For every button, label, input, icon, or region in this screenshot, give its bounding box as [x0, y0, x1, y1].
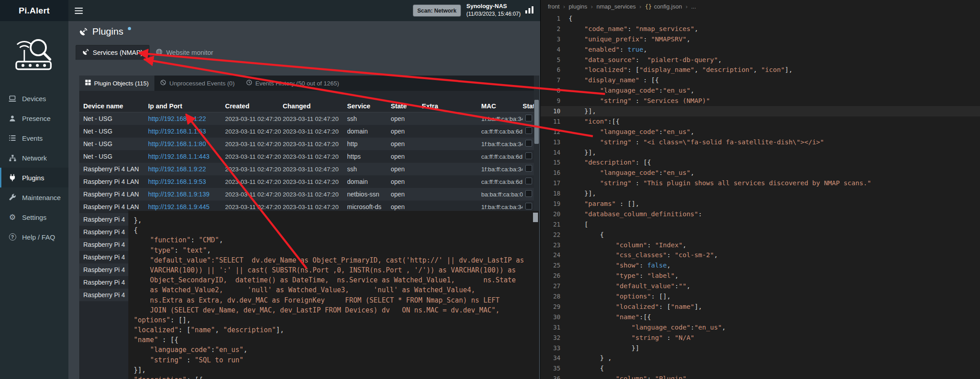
code-text: "string" : "This plugin shows all servic… — [569, 178, 871, 188]
wrench-icon — [8, 194, 17, 201]
editor-code-area[interactable]: 1 { 2 "code_name": "nmap_services", 3 "u… — [541, 13, 980, 379]
line-number: 19 — [541, 199, 569, 209]
ip-port-link[interactable]: http://192.168.1.9:22 — [148, 165, 206, 173]
code-text: "language_code":"en_us", — [569, 127, 694, 137]
code-text: "enabled": true, — [569, 45, 647, 55]
scrollbar-thumb[interactable] — [534, 100, 539, 144]
code-text: "language_code":"en_us", — [569, 168, 694, 178]
ip-port-link[interactable]: http://192.168.1.1:443 — [148, 153, 209, 160]
editor-line: 10 }], — [541, 106, 980, 116]
line-number: 13 — [541, 137, 569, 147]
breadcrumb-item-nmap-services[interactable]: nmap_services — [596, 3, 636, 10]
line-number: 29 — [541, 302, 569, 312]
sidebar-item-settings[interactable]: ⚙ Settings — [0, 207, 68, 227]
satellite-dish-icon — [79, 27, 88, 38]
overlay-code-text: JOIN (SELECT dev_Name, dev_MAC, dev_Last… — [134, 306, 500, 314]
code-text: }], — [569, 106, 596, 116]
ip-port-link[interactable]: http://192.168.1.9:139 — [148, 191, 209, 198]
overlay-code-line: { — [134, 225, 539, 235]
row-checkbox[interactable] — [525, 140, 532, 147]
row-checkbox[interactable] — [525, 115, 532, 121]
subtab-events-history[interactable]: Events History (50 out of 1265) — [240, 76, 345, 91]
sidebar-item-devices[interactable]: Devices — [0, 89, 68, 108]
mac-cell: 1f:ba:ff:ca:ba:34 — [481, 166, 523, 173]
host-name: Synology-NAS — [466, 2, 521, 10]
code-text: "string" : "N/A" — [569, 333, 694, 343]
state-cell: open — [391, 128, 422, 135]
page-title: Plugins — [79, 26, 131, 38]
sidebar: Devices Presence Events Network Plugins — [0, 21, 68, 379]
line-number: 7 — [541, 75, 569, 85]
ip-port-link[interactable]: http://192.168.1.9:445 — [148, 203, 209, 210]
devices-icon — [8, 95, 17, 102]
line-number: 8 — [541, 85, 569, 96]
sidebar-item-label: Devices — [22, 95, 46, 103]
code-text: { — [569, 230, 604, 240]
code-text: }], — [569, 147, 596, 158]
subtab-plugin-objects[interactable]: Plugin Objects (115) — [79, 76, 154, 91]
changed-cell: 2023-03-11 02:47:20 — [283, 153, 347, 160]
tab-website-monitor[interactable]: Website monitor — [149, 45, 220, 60]
changed-cell: 2023-03-11 02:47:20 — [283, 128, 347, 135]
row-checkbox[interactable] — [525, 178, 532, 184]
editor-line: 27 "default_value":"", — [541, 281, 980, 291]
brand-logo[interactable]: Pi.Alert — [0, 0, 68, 21]
service-cell: netbios-ssn — [347, 191, 391, 198]
ip-port-link[interactable]: http://192.168.1.1:22 — [148, 115, 206, 122]
line-number: 25 — [541, 260, 569, 271]
code-text: "string" : "Services (NMAP)" — [569, 96, 710, 106]
overlay-code-text: "string" : "SQL to run" — [134, 356, 244, 364]
column-header-changed: Changed — [283, 103, 347, 110]
row-checkbox[interactable] — [525, 165, 532, 172]
code-text: "display_name" : [{ — [569, 75, 659, 85]
code-text: "css_classes": "col-sm-2", — [569, 250, 718, 260]
ip-port-link[interactable]: http://192.168.1.1:80 — [148, 140, 206, 147]
state-cell: open — [391, 140, 422, 147]
mac-cell: ca:ff:ff:ca:ba:6d — [481, 153, 523, 160]
code-text: "unique_prefix": "NMAPSRV", — [569, 34, 691, 45]
line-number: 35 — [541, 363, 569, 374]
activity-chart-icon[interactable] — [525, 6, 534, 15]
line-number: 26 — [541, 271, 569, 281]
editor-line: 20 "database_column_definitions": — [541, 209, 980, 219]
sidebar-item-plugins[interactable]: Plugins — [0, 168, 68, 187]
editor-line: 1 { — [541, 13, 980, 24]
overlay-code-text: }, — [134, 216, 142, 224]
overlay-code-text: as Watched_Value2, 'null' as Watched_Val… — [134, 286, 475, 294]
state-cell: open — [391, 165, 422, 173]
line-number: 3 — [541, 34, 569, 45]
editor-line: 22 { — [541, 230, 980, 240]
table-row: Net - USG http://192.168.1.1:22 2023-03-… — [79, 112, 534, 125]
breadcrumb-item-more[interactable]: ... — [691, 3, 696, 10]
breadcrumb-item-front[interactable]: front — [548, 3, 560, 10]
subtab-unprocessed-events[interactable]: Unprocessed Events (0) — [154, 76, 240, 91]
sidebar-item-events[interactable]: Events — [0, 128, 68, 148]
line-number: 1 — [541, 13, 569, 24]
sidebar-item-presence[interactable]: Presence — [0, 108, 68, 128]
editor-line: 28 "options": [], — [541, 291, 980, 302]
menu-toggle-button[interactable] — [75, 0, 83, 21]
row-checkbox[interactable] — [525, 190, 532, 197]
editor-line: 17 "string" : "This plugin shows all ser… — [541, 178, 980, 188]
device-name-cell: Raspberry Pi 4 LAN — [83, 191, 148, 198]
row-checkbox[interactable] — [525, 152, 532, 159]
ip-port-link[interactable]: http://192.168.1.1:53 — [148, 128, 206, 135]
breadcrumb-item-plugins[interactable]: plugins — [569, 3, 587, 10]
changed-cell: 2023-03-11 02:47:20 — [283, 178, 347, 185]
breadcrumb-item-config-json[interactable]: config.json — [654, 3, 682, 10]
tab-services-nmap[interactable]: Services (NMAP) — [76, 45, 149, 60]
line-number: 28 — [541, 291, 569, 302]
sidebar-item-help-faq[interactable]: ? Help / FAQ — [0, 227, 68, 247]
sidebar-item-maintenance[interactable]: Maintenance — [0, 187, 68, 207]
row-checkbox[interactable] — [525, 127, 532, 134]
service-cell: microsoft-ds — [347, 203, 391, 210]
tab-label: Website monitor — [166, 49, 213, 56]
table-body: Net - USG http://192.168.1.1:22 2023-03-… — [79, 112, 534, 213]
code-text: "language_code":"en_us", — [569, 85, 694, 96]
sidebar-item-network[interactable]: Network — [0, 148, 68, 168]
row-checkbox[interactable] — [525, 203, 532, 210]
ip-port-link[interactable]: http://192.168.1.9:53 — [148, 178, 206, 185]
host-timestamp: (11/03/2023, 15:46:07) — [466, 10, 521, 18]
host-info: Synology-NAS (11/03/2023, 15:46:07) — [466, 2, 521, 18]
table-row: Raspberry Pi 4 LAN http://192.168.1.9:22… — [79, 163, 534, 175]
